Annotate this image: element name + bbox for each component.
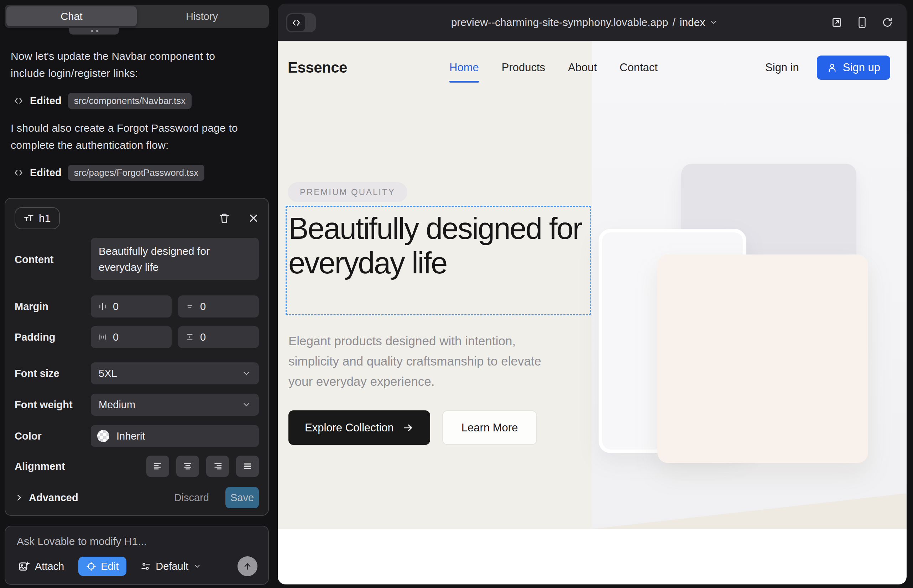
color-label: Color — [15, 425, 91, 447]
site-preview: Essence Home Products About Contact Sign… — [278, 41, 907, 585]
element-editor-panel: h1 Content Beautifully designed for ever… — [5, 198, 269, 516]
preview-page: index — [680, 16, 706, 29]
sign-in-link[interactable]: Sign in — [765, 61, 799, 74]
color-select[interactable]: Inherit — [91, 425, 259, 447]
padding-vertical-icon — [185, 333, 194, 342]
align-left-button[interactable] — [146, 456, 169, 477]
margin-vertical-icon — [185, 302, 194, 311]
edited-file-row: Edited src/pages/ForgotPassword.tsx — [13, 164, 204, 181]
explore-collection-button[interactable]: Explore Collection — [288, 410, 430, 445]
chevron-down-icon — [242, 400, 251, 409]
hero-beige-card — [657, 255, 868, 463]
hero-headline[interactable]: Beautifully designed for everyday life — [288, 211, 591, 280]
nav-link-home[interactable]: Home — [449, 61, 479, 74]
file-chip[interactable]: src/components/Navbar.tsx — [68, 93, 192, 109]
tab-chat[interactable]: Chat — [6, 6, 137, 26]
margin-horizontal-icon — [98, 302, 107, 311]
sign-up-button[interactable]: Sign up — [817, 55, 890, 80]
close-icon — [248, 213, 259, 223]
chevron-down-icon — [242, 369, 251, 378]
model-default-button[interactable]: Default — [139, 560, 203, 573]
discard-button[interactable]: Discard — [172, 491, 211, 504]
send-button[interactable] — [238, 556, 257, 576]
learn-more-button[interactable]: Learn More — [442, 410, 537, 445]
transparent-swatch-icon — [97, 430, 109, 442]
align-center-button[interactable] — [176, 456, 199, 477]
scrolled-chip-partial — [69, 28, 119, 34]
margin-x-input[interactable]: 0 — [91, 296, 172, 318]
element-tag-pill[interactable]: h1 — [15, 207, 60, 229]
edit-mode-button[interactable]: Edit — [78, 557, 126, 576]
user-icon — [827, 62, 837, 73]
chevron-right-icon — [15, 493, 23, 502]
close-editor-button[interactable] — [248, 213, 259, 223]
padding-y-input[interactable]: 0 — [178, 326, 259, 348]
composer-input[interactable] — [16, 535, 259, 548]
font-weight-select[interactable]: Medium — [91, 394, 259, 416]
alignment-label: Alignment — [15, 456, 91, 477]
margin-label: Margin — [15, 296, 91, 318]
margin-y-input[interactable]: 0 — [178, 296, 259, 318]
assistant-message: Now let's update the Navbar component to… — [11, 48, 246, 82]
preview-url-bar[interactable]: preview--charming-site-symphony.lovable.… — [451, 3, 717, 41]
chat-composer: Attach Edit Default — [5, 526, 269, 585]
padding-label: Padding — [15, 326, 91, 348]
align-right-button[interactable] — [206, 456, 229, 477]
file-chip[interactable]: src/pages/ForgotPassword.tsx — [68, 165, 205, 181]
content-label: Content — [15, 238, 91, 281]
attach-button[interactable]: Attach — [16, 560, 66, 573]
open-external-button[interactable] — [831, 17, 842, 28]
element-tag: h1 — [39, 212, 50, 224]
align-left-icon — [152, 461, 163, 472]
font-size-label: Font size — [15, 362, 91, 384]
refresh-button[interactable] — [882, 17, 893, 28]
font-size-select[interactable]: 5XL — [91, 362, 259, 384]
preview-url: preview--charming-site-symphony.lovable.… — [451, 16, 669, 29]
assistant-message: I should also create a Forgot Password p… — [11, 120, 246, 154]
tab-history[interactable]: History — [137, 6, 267, 26]
code-icon — [13, 96, 24, 106]
site-logo[interactable]: Essence — [288, 59, 347, 76]
nav-link-products[interactable]: Products — [502, 61, 545, 74]
preview-toolbar: preview--charming-site-symphony.lovable.… — [278, 3, 907, 41]
type-icon — [24, 213, 34, 223]
code-icon — [291, 18, 301, 27]
content-input[interactable]: Beautifully designed for everyday life — [91, 238, 259, 280]
mobile-view-button[interactable] — [857, 16, 868, 29]
arrow-right-icon — [402, 422, 414, 433]
chat-history-tabs: Chat History — [5, 5, 269, 28]
code-icon — [13, 168, 24, 178]
preview-pane: preview--charming-site-symphony.lovable.… — [278, 3, 907, 585]
font-weight-label: Font weight — [15, 394, 91, 416]
padding-x-input[interactable]: 0 — [91, 326, 172, 348]
premium-quality-badge: PREMIUM QUALITY — [288, 182, 407, 202]
edited-label: Edited — [30, 167, 62, 179]
lovable-app-window: Chat History Now let's update the Navbar… — [0, 0, 913, 588]
nav-link-about[interactable]: About — [568, 61, 597, 74]
align-justify-icon — [242, 461, 253, 472]
edited-file-row: Edited src/components/Navbar.tsx — [13, 92, 191, 110]
chevron-down-icon — [193, 562, 201, 570]
image-plus-icon — [18, 561, 29, 572]
save-button[interactable]: Save — [225, 487, 259, 508]
trash-icon — [219, 213, 230, 224]
site-navbar: Essence Home Products About Contact Sign… — [278, 41, 907, 94]
chevron-down-icon — [709, 18, 717, 26]
arrow-up-icon — [243, 561, 253, 571]
advanced-toggle[interactable]: Advanced — [15, 492, 78, 504]
align-center-icon — [182, 461, 193, 472]
padding-horizontal-icon — [98, 333, 107, 342]
sliders-icon — [141, 561, 151, 571]
align-right-icon — [212, 461, 223, 472]
nav-link-contact[interactable]: Contact — [620, 61, 658, 74]
code-view-toggle[interactable] — [286, 13, 316, 32]
hero-description: Elegant products designed with intention… — [288, 331, 559, 391]
crosshair-icon — [86, 561, 96, 571]
delete-element-button[interactable] — [219, 213, 230, 224]
align-justify-button[interactable] — [236, 456, 259, 477]
edited-label: Edited — [30, 95, 62, 107]
